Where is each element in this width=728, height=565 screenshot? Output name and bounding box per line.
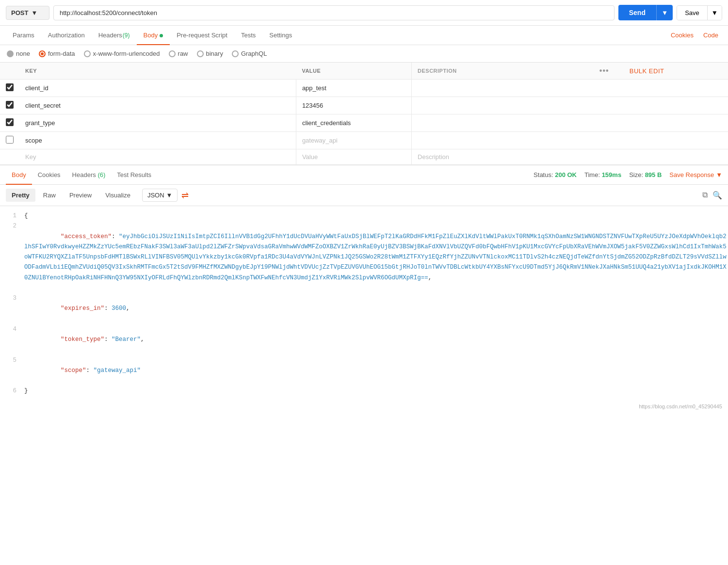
body-type-none[interactable]: none [7, 50, 30, 57]
top-bar: POST ▼ Send ▼ Save ▼ [0, 0, 728, 26]
radio-graphql [232, 50, 239, 57]
wrap-icon[interactable]: ⇌ [181, 190, 189, 201]
viewer-toolbar: Pretty Raw Preview Visualize JSON ▼ ⇌ ⧉ … [0, 185, 728, 206]
save-button-group: Save ▼ [677, 5, 722, 20]
body-type-urlencoded[interactable]: x-www-form-urlencoded [84, 50, 160, 57]
body-type-raw[interactable]: raw [169, 50, 188, 57]
row3-description [412, 114, 594, 132]
empty-checkbox-cell [0, 149, 19, 165]
format-dropdown-icon: ▼ [166, 192, 173, 199]
empty-value[interactable]: Value [296, 149, 411, 165]
send-dropdown-button[interactable]: ▼ [656, 5, 673, 20]
empty-key[interactable]: Key [19, 149, 296, 165]
search-icon[interactable]: 🔍 [712, 191, 722, 200]
radio-binary [197, 50, 204, 57]
tab-params[interactable]: Params [6, 26, 41, 45]
time-value: 159ms [602, 171, 621, 178]
row2-checkbox-cell [0, 97, 19, 114]
view-tab-visualize[interactable]: Visualize [99, 189, 136, 202]
col-value: VALUE [296, 63, 411, 80]
row3-key: grant_type [19, 114, 296, 132]
row4-description [412, 132, 594, 149]
empty-description: Description [412, 149, 594, 165]
url-input[interactable] [53, 5, 615, 20]
tab-headers[interactable]: Headers(9) [92, 26, 137, 45]
table-row-empty: Key Value Description [0, 149, 728, 165]
json-response-area: 1 { 2 "access_token": "eyJhbGciOiJSUzI1N… [0, 206, 728, 402]
radio-raw [169, 50, 176, 57]
table-row: client_secret 123456 [0, 97, 728, 114]
row4-checkbox[interactable] [6, 136, 14, 144]
table-row: scope gateway_api [0, 132, 728, 149]
col-key: KEY [19, 63, 296, 80]
row2-checkbox[interactable] [6, 101, 14, 109]
row1-key: client_id [19, 80, 296, 97]
view-tab-preview[interactable]: Preview [64, 189, 97, 202]
tab-authorization[interactable]: Authorization [41, 26, 92, 45]
code-line-6: 6 } [0, 386, 728, 396]
code-line-2: 2 "access_token": "eyJhbGciOiJSUzI1NiIsI… [0, 221, 728, 293]
tab-body[interactable]: Body [137, 26, 170, 45]
row1-checkbox[interactable] [6, 83, 14, 91]
send-button[interactable]: Send [618, 5, 656, 20]
row3-value: client_credentials [296, 114, 411, 132]
row3-checkbox[interactable] [6, 118, 14, 126]
tabs-right: Cookies Code [667, 26, 722, 45]
cookies-link[interactable]: Cookies [667, 26, 697, 45]
resp-tab-headers[interactable]: Headers (6) [66, 165, 112, 184]
resp-tab-test-results[interactable]: Test Results [111, 165, 157, 184]
row1-value: app_test [296, 80, 411, 97]
send-button-group: Send ▼ [618, 5, 673, 20]
table-row: client_id app_test [0, 80, 728, 97]
tab-pre-request-script[interactable]: Pre-request Script [170, 26, 234, 45]
row2-key: client_secret [19, 97, 296, 114]
copy-icon[interactable]: ⧉ [702, 191, 708, 200]
resp-tab-body[interactable]: Body [6, 165, 32, 184]
body-type-form-data[interactable]: form-data [39, 50, 75, 57]
form-data-table: KEY VALUE DESCRIPTION ••• Bulk Edit clie… [0, 63, 728, 165]
row4-value: gateway_api [296, 132, 411, 149]
request-tabs-row: Params Authorization Headers(9) Body Pre… [0, 26, 728, 45]
bottom-url: https://blog.csdn.net/m0_45290445 [0, 402, 728, 411]
view-tab-pretty[interactable]: Pretty [6, 189, 35, 202]
bulk-edit-button[interactable]: Bulk Edit [624, 67, 670, 75]
tab-settings[interactable]: Settings [262, 26, 299, 45]
row4-checkbox-cell [0, 132, 19, 149]
code-line-3: 3 "expires_in": 3600, [0, 293, 728, 324]
method-label: POST [11, 9, 28, 16]
method-select[interactable]: POST ▼ [6, 6, 49, 20]
viewer-right-icons: ⧉ 🔍 [702, 191, 722, 200]
body-type-binary[interactable]: binary [197, 50, 223, 57]
save-button[interactable]: Save [677, 6, 707, 20]
row3-checkbox-cell [0, 114, 19, 132]
row1-checkbox-cell [0, 80, 19, 97]
body-type-graphql[interactable]: GraphQL [232, 50, 267, 57]
body-dot [160, 34, 163, 37]
body-type-row: none form-data x-www-form-urlencoded raw… [0, 45, 728, 63]
col-actions: ••• [594, 63, 618, 80]
radio-none [7, 50, 14, 57]
code-line-4: 4 "token_type": "Bearer", [0, 324, 728, 355]
resp-tab-cookies[interactable]: Cookies [32, 165, 66, 184]
row2-value: 123456 [296, 97, 411, 114]
radio-urlencoded [84, 50, 91, 57]
response-tabs-row: Body Cookies Headers (6) Test Results St… [0, 165, 728, 185]
view-tab-raw[interactable]: Raw [37, 189, 62, 202]
code-line-1: 1 { [0, 211, 728, 221]
bulk-edit-header: Bulk Edit [618, 63, 728, 80]
format-select[interactable]: JSON ▼ [142, 189, 178, 202]
response-status-bar: Status: 200 OK Time: 159ms Size: 895 B S… [534, 171, 722, 178]
save-dropdown-button[interactable]: ▼ [707, 6, 722, 20]
method-dropdown-icon: ▼ [31, 9, 37, 16]
row1-description [412, 80, 594, 97]
row4-key: scope [19, 132, 296, 149]
more-icon[interactable]: ••• [599, 66, 609, 75]
radio-form-data [39, 50, 46, 57]
col-checkbox [0, 63, 19, 80]
save-response-button[interactable]: Save Response ▼ [669, 171, 722, 178]
row2-description [412, 97, 594, 114]
code-link[interactable]: Code [699, 26, 722, 45]
col-description: DESCRIPTION [412, 63, 594, 80]
code-line-5: 5 "scope": "gateway_api" [0, 355, 728, 387]
tab-tests[interactable]: Tests [234, 26, 262, 45]
